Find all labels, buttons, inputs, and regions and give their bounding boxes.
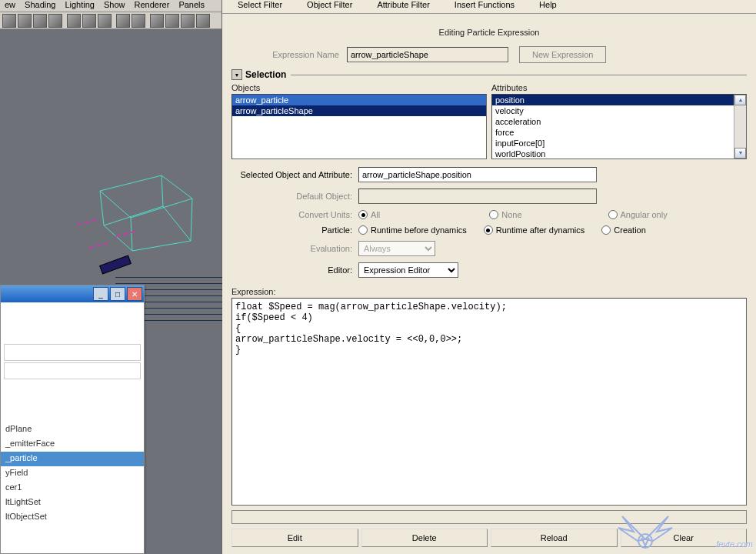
toolbar-icon[interactable] <box>33 14 47 28</box>
outliner-item[interactable]: yField <box>1 466 144 481</box>
attribute-item[interactable]: acceleration <box>492 116 746 127</box>
convert-units-label: Convert Units: <box>231 210 358 219</box>
minimize-icon[interactable]: _ <box>93 287 108 301</box>
particle-before-radio[interactable]: Runtime before dynamics <box>358 225 467 235</box>
toolbar-icon[interactable] <box>98 14 112 28</box>
outliner-item[interactable]: ltObjectSet <box>1 510 144 525</box>
convert-none-radio: None <box>489 210 521 219</box>
object-item[interactable]: arrow_particleShape <box>232 105 486 116</box>
toolbar-icon[interactable] <box>132 14 145 28</box>
selected-obj-attr-label: Selected Object and Attribute: <box>231 170 358 179</box>
toolbar-icon[interactable] <box>67 14 81 28</box>
status-bar <box>231 510 747 524</box>
outliner-filter[interactable] <box>4 344 141 361</box>
viewport-toolbar <box>0 12 221 29</box>
edit-button[interactable]: Edit <box>231 529 358 547</box>
editor-select[interactable]: Expression Editor <box>358 262 458 278</box>
selection-header: Selection <box>245 69 286 80</box>
default-object-label: Default Object: <box>231 192 358 201</box>
viewport-menu-item[interactable]: Panels <box>174 0 209 12</box>
selection-collapse-icon[interactable]: ▼ <box>231 69 242 80</box>
toolbar-icon[interactable] <box>150 14 164 28</box>
menu-object-filter[interactable]: Object Filter <box>295 0 365 13</box>
evaluation-label: Evaluation: <box>231 244 358 253</box>
attributes-listbox[interactable]: positionvelocityaccelerationforceinputFo… <box>491 94 747 159</box>
particle-creation-radio[interactable]: Creation <box>601 225 646 235</box>
expression-textarea[interactable]: float $Speed = mag(arrow_particleShape.v… <box>231 298 747 506</box>
menu-select-filter[interactable]: Select Filter <box>225 0 295 13</box>
viewport-menu-item[interactable]: Shading <box>20 0 60 12</box>
scrollbar[interactable]: ▴ ▾ <box>734 95 746 159</box>
selected-obj-attr-input[interactable] <box>358 167 597 182</box>
delete-button[interactable]: Delete <box>361 529 488 547</box>
attribute-item[interactable]: inputForce[0] <box>492 138 746 149</box>
viewport-menu: ew Shading Lighting Show Renderer Panels <box>0 0 221 12</box>
toolbar-icon[interactable] <box>181 14 195 28</box>
object-item[interactable]: arrow_particle <box>232 95 486 105</box>
viewport-menu-item[interactable]: Show <box>99 0 130 12</box>
clear-button[interactable]: Clear <box>621 529 748 547</box>
toolbar-icon[interactable] <box>165 14 179 28</box>
attribute-item[interactable]: force <box>492 127 746 138</box>
outliner-item[interactable]: ltLightSet <box>1 496 144 510</box>
viewport-menu-item[interactable]: ew <box>0 0 20 12</box>
particle-after-radio[interactable]: Runtime after dynamics <box>484 225 585 235</box>
outliner-item[interactable]: dPlane <box>1 422 144 437</box>
outliner-item[interactable]: _emitterFace <box>1 437 144 452</box>
attribute-item[interactable]: velocity <box>492 105 746 116</box>
outliner-titlebar[interactable]: _ □ ✕ <box>1 285 144 302</box>
menu-insert-functions[interactable]: Insert Functions <box>442 0 527 13</box>
scroll-down-icon[interactable]: ▾ <box>734 148 746 159</box>
toolbar-icon[interactable] <box>82 14 96 28</box>
attribute-item[interactable]: worldPosition <box>492 149 746 159</box>
close-icon[interactable]: ✕ <box>127 287 142 301</box>
maximize-icon[interactable]: □ <box>110 287 125 301</box>
outliner-item[interactable]: _particle <box>1 452 144 466</box>
evaluation-select: Always <box>358 241 435 256</box>
viewport-menu-item[interactable]: Lighting <box>60 0 99 12</box>
expression-editor-panel: Select Filter Object Filter Attribute Fi… <box>222 0 756 554</box>
outliner-item[interactable]: cer1 <box>1 481 144 496</box>
default-object-input <box>358 189 597 204</box>
objects-label: Objects <box>231 82 487 94</box>
attributes-label: Attributes <box>491 82 747 94</box>
toolbar-icon[interactable] <box>196 14 210 28</box>
scroll-up-icon[interactable]: ▴ <box>734 95 746 105</box>
toolbar-icon[interactable] <box>48 14 62 28</box>
expression-name-input[interactable] <box>347 47 508 62</box>
viewport-menu-item[interactable]: Renderer <box>130 0 175 12</box>
expression-menubar: Select Filter Object Filter Attribute Fi… <box>222 0 756 14</box>
objects-listbox[interactable]: arrow_particlearrow_particleShape <box>231 94 487 159</box>
toolbar-icon[interactable] <box>116 14 130 28</box>
outliner-filter[interactable] <box>4 362 141 379</box>
expression-field-label: Expression: <box>222 281 756 298</box>
expression-name-label: Expression Name <box>231 50 347 59</box>
toolbar-icon[interactable] <box>2 14 16 28</box>
reload-button[interactable]: Reload <box>491 529 618 547</box>
toolbar-icon[interactable] <box>18 14 32 28</box>
outliner-window: _ □ ✕ dPlane_emitterFace_particleyFieldc… <box>0 285 145 554</box>
convert-all-radio: All <box>358 210 380 219</box>
attribute-item[interactable]: position <box>492 95 746 105</box>
convert-angular-radio: Angular only <box>608 210 668 219</box>
menu-attribute-filter[interactable]: Attribute Filter <box>365 0 441 13</box>
arrow-object <box>99 255 132 275</box>
expression-title: Editing Particle Expression <box>222 14 756 45</box>
editor-label: Editor: <box>231 265 358 275</box>
new-expression-button[interactable]: New Expression <box>519 46 606 63</box>
menu-help[interactable]: Help <box>527 0 569 13</box>
particle-label: Particle: <box>231 225 358 235</box>
wireframe-emitter <box>92 168 200 252</box>
